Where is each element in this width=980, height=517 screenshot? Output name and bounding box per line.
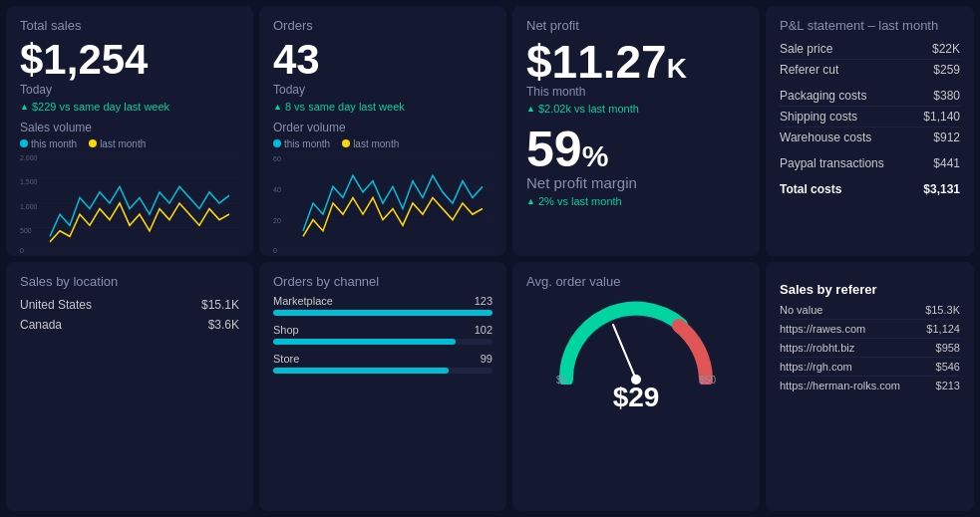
- orders-period: Today: [273, 83, 492, 97]
- sales-volume-legend: this month last month: [20, 138, 239, 149]
- pl-other-rows: Paypal transactions$441: [780, 153, 960, 173]
- pl-title: P&L statement – last month: [780, 18, 960, 33]
- sales-volume-label: Sales volume: [20, 121, 239, 134]
- avg-order-value: $29: [613, 382, 660, 413]
- total-sales-title: Total sales: [20, 18, 239, 33]
- svg-text:2,000: 2,000: [20, 153, 37, 162]
- orders-card: Orders 43 Today 8 vs same day last week …: [259, 6, 506, 256]
- orders-value: 43: [273, 39, 492, 81]
- svg-text:40: 40: [273, 185, 281, 194]
- margin-trend: 2% vs last month: [526, 195, 746, 207]
- channel-bar-store: Store99: [273, 353, 492, 374]
- avg-order-title: Avg. order value: [526, 274, 746, 289]
- gauge-svg: [551, 295, 721, 385]
- orders-by-channel-card: Orders by channel Marketplace123 Shop102…: [259, 262, 506, 512]
- net-profit-card: Net profit $11.27K This month $2.02k vs …: [512, 6, 760, 256]
- margin-label: Net profit margin: [526, 174, 746, 191]
- referer-rows: No value$15.3K https://rawes.com$1,124 h…: [780, 301, 960, 394]
- svg-text:500: 500: [20, 226, 32, 235]
- svg-text:0: 0: [273, 246, 277, 253]
- net-profit-value: $11.27K: [526, 39, 746, 85]
- svg-text:60: 60: [273, 153, 281, 162]
- total-sales-card: Total sales $1,254 Today $229 vs same da…: [6, 6, 253, 256]
- margin-value: 59%: [526, 125, 746, 174]
- orders-by-channel-title: Orders by channel: [273, 274, 492, 289]
- channel-bar-shop: Shop102: [273, 324, 492, 345]
- net-profit-trend: $2.02k vs last month: [526, 103, 746, 115]
- channel-bar-marketplace: Marketplace123: [273, 295, 492, 316]
- sales-volume-chart: 2,000 1,500 1,000 500 0: [20, 153, 239, 253]
- total-sales-trend: $229 vs same day last week: [20, 101, 239, 113]
- svg-text:1,500: 1,500: [20, 177, 37, 186]
- pl-statement-card: P&L statement – last month Sale price$22…: [766, 6, 974, 256]
- net-profit-title: Net profit: [526, 18, 746, 33]
- order-volume-legend: this month last month: [273, 138, 492, 149]
- location-row: United States$15.1K Canada$3.6K: [20, 295, 239, 335]
- gauge: $0 $50 $29: [526, 295, 746, 413]
- total-sales-period: Today: [20, 83, 239, 97]
- order-volume-chart: 60 40 20 0: [273, 153, 492, 253]
- margin-section: 59% Net profit margin 2% vs last month: [526, 125, 746, 207]
- svg-line-18: [613, 325, 636, 380]
- sales-by-referer-card: Sales by referer No value$15.3K https://…: [766, 262, 974, 512]
- pl-total-rows: Total costs$3,131: [780, 179, 960, 199]
- sales-by-location-card: Sales by location United States$15.1K Ca…: [6, 262, 253, 512]
- total-sales-value: $1,254: [20, 39, 239, 81]
- svg-text:1,000: 1,000: [20, 201, 37, 210]
- svg-text:20: 20: [273, 216, 281, 225]
- svg-text:0: 0: [20, 246, 24, 253]
- orders-trend: 8 vs same day last week: [273, 101, 492, 113]
- avg-order-card: Avg. order value $0 $50 $29: [512, 262, 760, 512]
- orders-title: Orders: [273, 18, 492, 33]
- pl-cost-rows: Packaging costs$380 Shipping costs$1,140…: [780, 86, 960, 147]
- sales-by-location-title: Sales by location: [20, 274, 239, 289]
- sales-by-referer-title: Sales by referer: [780, 282, 960, 297]
- order-volume-label: Order volume: [273, 121, 492, 134]
- pl-top-rows: Sale price$22K Referer cut$259: [780, 39, 960, 80]
